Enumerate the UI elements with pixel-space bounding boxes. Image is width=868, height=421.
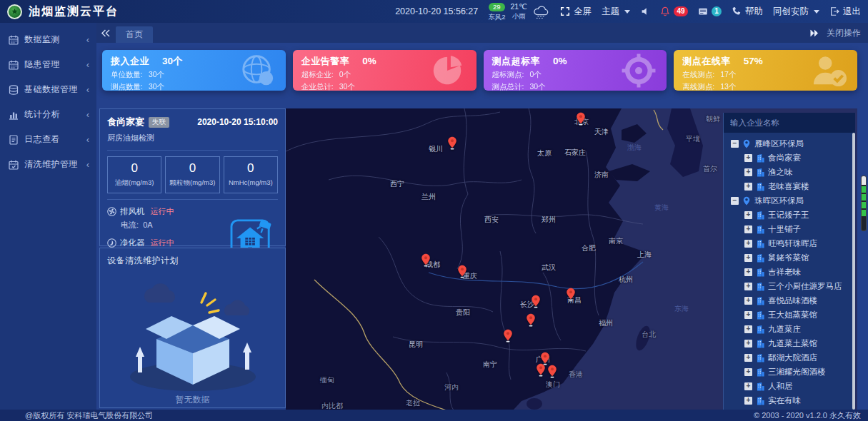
expand-icon[interactable]: + bbox=[744, 168, 752, 176]
tree-item-1-3[interactable]: + 老味喜宴楼 bbox=[724, 179, 852, 193]
sidebar-item-1[interactable]: 数据监测 ‹ bbox=[0, 27, 96, 52]
tree-item-2-5[interactable]: + 吉祥老味 bbox=[724, 265, 852, 279]
close-operations-button[interactable]: 关闭操作 bbox=[827, 27, 861, 39]
expand-icon[interactable]: + bbox=[744, 382, 752, 390]
card-title: 测点在线率 bbox=[682, 55, 731, 68]
tree-item-2-3[interactable]: + 旺鸣轩珠晖店 bbox=[724, 236, 852, 250]
map-marker-pin[interactable] bbox=[566, 288, 576, 301]
tree-item-2-11[interactable]: + 鄢湖大院酒店 bbox=[724, 350, 852, 365]
card-title: 接入企业 bbox=[111, 55, 149, 68]
tree-item-label: 王记矮子王 bbox=[768, 210, 809, 220]
expand-icon[interactable]: + bbox=[744, 340, 752, 348]
sidebar-item-label: 数据监测 bbox=[24, 34, 86, 46]
expand-icon[interactable]: + bbox=[744, 283, 752, 290]
map-marker-pin[interactable] bbox=[576, 112, 586, 126]
metric-label: 油烟(mg/m3) bbox=[109, 178, 159, 188]
speaker-icon bbox=[640, 6, 650, 16]
stat-card-3[interactable]: 测点超标率 0% 超标测点:0个测点总计:30个 bbox=[484, 50, 667, 91]
tab-home[interactable]: 首页 bbox=[116, 26, 153, 43]
map-city-label: 郑州 bbox=[542, 215, 556, 225]
alert-count-badge: 49 bbox=[674, 6, 688, 16]
collapse-icon[interactable]: − bbox=[731, 197, 739, 205]
tree-item-label: 喜悦品味酒楼 bbox=[768, 295, 817, 306]
account-dropdown[interactable]: 同创安防 bbox=[773, 6, 819, 18]
map-marker-pin[interactable] bbox=[536, 363, 546, 377]
expand-icon[interactable]: + bbox=[744, 240, 752, 248]
sidebar-item-4[interactable]: 统计分析 ‹ bbox=[0, 102, 96, 127]
company-search-input[interactable] bbox=[730, 118, 849, 127]
sidebar-item-5[interactable]: 日志查看 ‹ bbox=[0, 127, 96, 152]
map-marker-pin[interactable] bbox=[447, 136, 457, 150]
theme-dropdown[interactable]: 主题 bbox=[602, 6, 630, 18]
sidebar-item-3[interactable]: 基础数据管理 ‹ bbox=[0, 77, 96, 102]
metric-box-2: 0 颗粒物(mg/m3) bbox=[165, 156, 219, 193]
tree-item-2-4[interactable]: + 舅姥爷菜馆 bbox=[724, 250, 852, 265]
building-icon bbox=[756, 382, 764, 391]
expand-icon[interactable]: + bbox=[744, 354, 752, 362]
expand-icon[interactable]: + bbox=[744, 325, 752, 333]
tree-item-label: 十里铺子 bbox=[768, 224, 801, 235]
expand-icon[interactable]: + bbox=[744, 368, 752, 376]
tree-item-2-13[interactable]: + 人和居 bbox=[724, 379, 852, 393]
collapse-icon[interactable]: − bbox=[731, 140, 739, 148]
card-value: 30个 bbox=[162, 55, 183, 68]
stat-card-4[interactable]: 测点在线率 57% 在线测点:17个离线测点:13个 bbox=[674, 50, 857, 91]
tree-group-2[interactable]: − 珠晖区环保局 bbox=[724, 193, 852, 208]
map-marker-pin[interactable] bbox=[531, 295, 541, 308]
company-subtitle: 厨房油烟检测 bbox=[107, 133, 278, 143]
tree-item-2-2[interactable]: + 十里铺子 bbox=[724, 222, 852, 236]
map-marker-pin[interactable] bbox=[457, 265, 467, 278]
map-sea-label: 渤海 bbox=[627, 143, 642, 153]
tree-scrollbar[interactable] bbox=[852, 133, 855, 410]
expand-icon[interactable]: + bbox=[744, 154, 752, 162]
tree-item-label: 九道菜庄 bbox=[768, 324, 801, 335]
building-icon bbox=[756, 325, 764, 334]
tree-item-2-8[interactable]: + 王大姐蒸菜馆 bbox=[724, 308, 852, 322]
fan-icon bbox=[107, 207, 116, 216]
tree-item-2-7[interactable]: + 喜悦品味酒楼 bbox=[724, 293, 852, 308]
alerts-button[interactable]: 49 bbox=[660, 6, 688, 16]
expand-icon[interactable]: + bbox=[744, 311, 752, 319]
map-marker-pin[interactable] bbox=[526, 313, 536, 327]
maintenance-title: 设备清洗维护计划 bbox=[107, 255, 278, 267]
tree-item-1-2[interactable]: + 渔之味 bbox=[724, 165, 852, 179]
expand-icon[interactable]: + bbox=[744, 225, 752, 233]
map-marker-pin[interactable] bbox=[547, 365, 557, 378]
tab-scroll-left-icon[interactable] bbox=[101, 29, 110, 37]
help-button[interactable]: 帮助 bbox=[732, 6, 763, 18]
sidebar-item-2[interactable]: 隐患管理 ‹ bbox=[0, 52, 96, 77]
expand-icon[interactable]: + bbox=[744, 397, 752, 405]
expand-icon[interactable]: + bbox=[744, 254, 752, 262]
stat-card-2[interactable]: 企业告警率 0% 超标企业:0个企业总计:30个 bbox=[293, 50, 477, 91]
map-marker-pin[interactable] bbox=[421, 253, 431, 267]
card-title: 企业告警率 bbox=[301, 55, 350, 68]
tree-item-2-10[interactable]: + 九道菜土菜馆 bbox=[724, 336, 852, 350]
tree-item-2-12[interactable]: + 三湘耀光阁酒楼 bbox=[724, 365, 852, 379]
speaker-mute-button[interactable] bbox=[640, 6, 650, 16]
tree-item-2-14[interactable]: + 实在有味 bbox=[724, 393, 852, 407]
chevron-left-icon: ‹ bbox=[86, 159, 89, 170]
expand-icon[interactable]: + bbox=[744, 183, 752, 191]
tree-item-2-9[interactable]: + 九道菜庄 bbox=[724, 322, 852, 336]
tree-item-1-1[interactable]: + 食尚家宴 bbox=[724, 151, 852, 165]
version-text: © 2003 - 2020 v1.2.0 永久有效 bbox=[754, 410, 861, 421]
fullscreen-button[interactable]: 全屏 bbox=[560, 6, 592, 18]
tree-item-2-6[interactable]: + 三个小厨佳源罗马店 bbox=[724, 279, 852, 293]
building-icon bbox=[756, 296, 764, 305]
logout-button[interactable]: 退出 bbox=[829, 6, 861, 18]
tree-item-label: 老味喜宴楼 bbox=[768, 181, 809, 192]
company-info-card: 食尚家宴 失联 2020-10-20 15:10:00 厨房油烟检测 0 油烟(… bbox=[99, 108, 286, 246]
stat-cards: 接入企业 30个 单位数量:30个测点数量:30个 企业告警率 0% 超标企业:… bbox=[102, 50, 857, 91]
map-marker-pin[interactable] bbox=[503, 329, 513, 343]
tab-scroll-right-icon[interactable] bbox=[809, 29, 819, 37]
expand-icon[interactable]: + bbox=[744, 297, 752, 305]
tree-group-1[interactable]: − 雁峰区环保局 bbox=[724, 136, 852, 151]
stat-card-1[interactable]: 接入企业 30个 单位数量:30个测点数量:30个 bbox=[102, 50, 286, 91]
expand-icon[interactable]: + bbox=[744, 211, 752, 219]
sidebar-item-6[interactable]: 清洗维护管理 ‹ bbox=[0, 152, 96, 177]
expand-icon[interactable]: + bbox=[744, 268, 752, 276]
sidebar-item-label: 基础数据管理 bbox=[24, 83, 86, 96]
wind-label: 东风2 bbox=[488, 13, 505, 21]
monitor-button[interactable]: 1 bbox=[698, 6, 722, 16]
tree-item-2-1[interactable]: + 王记矮子王 bbox=[724, 208, 852, 222]
